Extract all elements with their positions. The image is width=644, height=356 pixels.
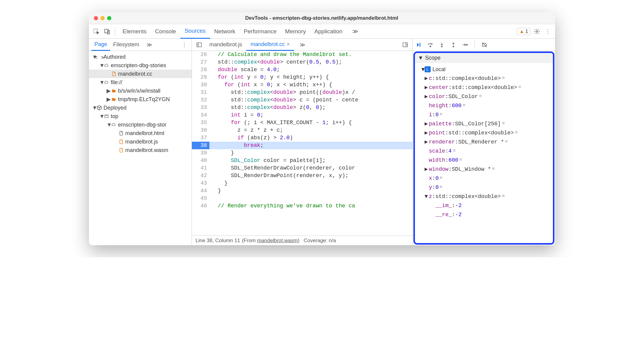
scope-local-header[interactable]: ▼ L Local <box>415 65 553 74</box>
code-line[interactable]: 37 if (abs(z) > 2.0) <box>192 134 412 142</box>
tree-item[interactable]: ▶tmp/tmp.ELcTq2YGN <box>89 95 192 104</box>
memory-icon[interactable]: ⌗ <box>440 174 442 182</box>
code-line[interactable]: 35 for (; i < MAX_ITER_COUNT - 1; i++) { <box>192 119 412 127</box>
code-line[interactable]: 29 for (int y = 0; y < height; y++) { <box>192 74 412 81</box>
line-number[interactable]: 43 <box>192 180 209 187</box>
kebab-menu-icon[interactable]: ⋮ <box>543 27 553 36</box>
code-line[interactable]: 45 <box>192 195 412 202</box>
line-number[interactable]: 45 <box>192 195 209 202</box>
code-line[interactable]: 40 SDL_Color color = palette[i]; <box>192 157 412 164</box>
scope-variable[interactable]: height: 600⌗ <box>415 101 553 110</box>
line-number[interactable]: 37 <box>192 134 209 142</box>
settings-icon[interactable] <box>532 27 542 36</box>
code-line[interactable]: 34 int i = 0; <box>192 111 412 119</box>
scope-variable[interactable]: ▼z: std::complex<double>⌗ <box>415 192 553 201</box>
close-window-button[interactable] <box>94 16 98 20</box>
sidebar-more-tabs-button[interactable]: ≫ <box>143 39 155 51</box>
memory-icon[interactable]: ⌗ <box>479 93 481 101</box>
close-tab-icon[interactable]: × <box>287 41 290 48</box>
line-number[interactable]: 30 <box>192 81 209 89</box>
code-line[interactable]: 26 // Calculate and draw the Mandelbrot … <box>192 51 412 58</box>
tab-elements[interactable]: Elements <box>118 24 151 39</box>
code-line[interactable]: 30 for (int x = 0; x < width; x++) { <box>192 81 412 89</box>
line-number[interactable]: 33 <box>192 104 209 111</box>
editor-tab[interactable]: mandelbrot.js <box>205 39 246 51</box>
code-line[interactable]: 36 z = z * z + c; <box>192 127 412 134</box>
tree-item[interactable]: mandelbrot.html <box>89 129 192 137</box>
tab-performance[interactable]: Performance <box>239 24 281 39</box>
memory-icon[interactable]: ⌗ <box>440 183 442 191</box>
code-line[interactable]: 28 double scale = 4.0; <box>192 66 412 74</box>
line-number[interactable]: 28 <box>192 66 209 74</box>
memory-icon[interactable]: ⌗ <box>463 102 465 110</box>
tree-item[interactable]: ▼Deployed <box>89 104 192 112</box>
scope-variable[interactable]: ▶window: SDL_Window *⌗ <box>415 165 553 174</box>
tree-item[interactable]: ▼emscripten-dbg-stor <box>89 120 192 129</box>
code-line[interactable]: 42 SDL_RenderDrawPoint(renderer, x, y); <box>192 172 412 180</box>
scope-variable[interactable]: ▶c: std::complex<double>⌗ <box>415 74 553 83</box>
code-line[interactable]: 43 } <box>192 180 412 187</box>
step-icon[interactable] <box>461 41 468 48</box>
memory-icon[interactable]: ⌗ <box>492 165 494 173</box>
editor-more-tabs-button[interactable]: ≫ <box>295 39 310 51</box>
scope-variable[interactable]: ▶renderer: SDL_Renderer *⌗ <box>415 137 553 147</box>
minimize-window-button[interactable] <box>100 16 105 20</box>
code-line[interactable]: 44 } <box>192 187 412 195</box>
line-number[interactable]: 44 <box>192 187 209 195</box>
scope-variable[interactable]: __re_: -2 <box>415 210 553 219</box>
line-number[interactable]: 39 <box>192 149 209 157</box>
code-view[interactable]: 26 // Calculate and draw the Mandelbrot … <box>192 51 412 236</box>
line-number[interactable]: 31 <box>192 89 209 96</box>
memory-icon[interactable]: ⌗ <box>515 129 518 137</box>
code-line[interactable]: 33 std::complex<double> z(0, 0); <box>192 104 412 111</box>
step-into-icon[interactable] <box>438 41 445 48</box>
line-number[interactable]: 27 <box>192 58 209 66</box>
scope-variable[interactable]: i: 0⌗ <box>415 110 553 119</box>
memory-icon[interactable]: ⌗ <box>505 138 508 146</box>
step-over-icon[interactable] <box>427 41 434 48</box>
tree-item[interactable]: ▼< >Authored <box>89 53 192 61</box>
maximize-window-button[interactable] <box>107 16 111 20</box>
toggle-navigator-icon[interactable] <box>194 40 204 50</box>
tab-console[interactable]: Console <box>151 24 180 39</box>
scope-header[interactable]: ▼ Scope <box>415 53 553 63</box>
device-icon[interactable] <box>102 27 112 36</box>
memory-icon[interactable]: ⌗ <box>502 120 504 128</box>
resume-icon[interactable] <box>415 41 422 48</box>
code-line[interactable]: 46 // Render everything we've drawn to t… <box>192 202 412 210</box>
tree-item[interactable]: mandelbrot.cc <box>89 70 192 78</box>
code-line[interactable]: 31 std::complex<double> point((double)x … <box>192 89 412 96</box>
scope-variable[interactable]: ▶point: std::complex<double>⌗ <box>415 128 553 137</box>
scope-variable[interactable]: ▶palette: SDL_Color[256]⌗ <box>415 119 553 128</box>
more-tabs-button[interactable]: ≫ <box>348 24 363 39</box>
scope-variable[interactable]: scale: 4⌗ <box>415 147 553 156</box>
line-number[interactable]: 38 <box>192 142 209 149</box>
inspect-icon[interactable] <box>91 27 101 36</box>
line-number[interactable]: 41 <box>192 164 209 172</box>
sidebar-tab-filesystem[interactable]: Filesystem <box>110 39 142 51</box>
line-number[interactable]: 32 <box>192 96 209 104</box>
memory-icon[interactable]: ⌗ <box>502 193 504 200</box>
line-number[interactable]: 42 <box>192 172 209 180</box>
code-line[interactable]: 27 std::complex<double> center(0.5, 0.5)… <box>192 58 412 66</box>
step-out-icon[interactable] <box>450 41 457 48</box>
tree-item[interactable]: mandelbrot.wasm <box>89 146 192 154</box>
scope-variable[interactable]: width: 600⌗ <box>415 156 553 165</box>
tab-application[interactable]: Application <box>310 24 347 39</box>
tree-item[interactable]: mandelbrot.js <box>89 137 192 146</box>
editor-tab[interactable]: mandelbrot.cc× <box>246 39 294 51</box>
code-line[interactable]: 32 std::complex<double> c = (point - cen… <box>192 96 412 104</box>
code-line[interactable]: 38 break; <box>192 142 412 149</box>
line-number[interactable]: 46 <box>192 202 209 210</box>
scope-variable[interactable]: ▶color: SDL_Color⌗ <box>415 92 553 101</box>
memory-icon[interactable]: ⌗ <box>440 111 442 119</box>
scope-variable[interactable]: y: 0⌗ <box>415 183 553 192</box>
tab-sources[interactable]: Sources <box>180 24 210 39</box>
code-line[interactable]: 41 SDL_SetRenderDrawColor(renderer, colo… <box>192 164 412 172</box>
line-number[interactable]: 29 <box>192 74 209 81</box>
sidebar-tab-page[interactable]: Page <box>91 39 110 51</box>
tab-network[interactable]: Network <box>210 24 240 39</box>
line-number[interactable]: 36 <box>192 127 209 134</box>
source-map-link[interactable]: mandelbrot.wasm <box>257 238 297 243</box>
scope-variable[interactable]: x: 0⌗ <box>415 174 553 183</box>
